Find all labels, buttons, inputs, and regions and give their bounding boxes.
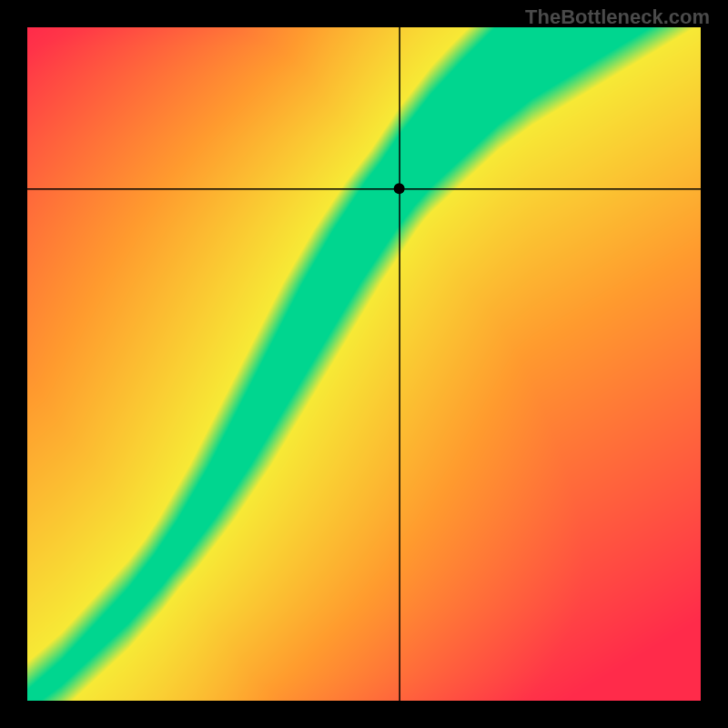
heatmap-canvas bbox=[27, 27, 701, 701]
heatmap-plot bbox=[27, 27, 701, 701]
watermark-text: TheBottleneck.com bbox=[525, 5, 710, 29]
